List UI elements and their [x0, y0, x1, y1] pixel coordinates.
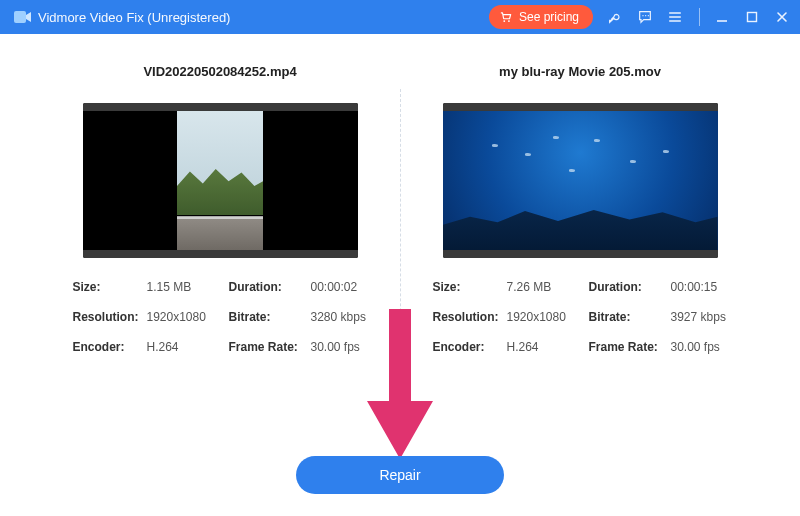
source-metadata: Size: 1.15 MB Duration: 00:00:02 Resolut…: [73, 280, 368, 354]
app-logo: Vidmore Video Fix (Unregistered): [14, 8, 230, 26]
metadata-value: 1.15 MB: [147, 280, 229, 294]
source-thumbnail[interactable]: [83, 103, 358, 258]
reference-file-name: my blu-ray Movie 205.mov: [499, 64, 661, 79]
metadata-value: 00:00:02: [311, 280, 368, 294]
metadata-value: 1920x1080: [147, 310, 229, 324]
metadata-label: Frame Rate:: [229, 340, 311, 354]
metadata-value: 30.00 fps: [311, 340, 368, 354]
metadata-value: H.264: [507, 340, 589, 354]
svg-point-2: [508, 20, 510, 22]
metadata-value: 00:00:15: [671, 280, 728, 294]
titlebar-icons: [607, 8, 702, 26]
source-file-name: VID20220502084252.mp4: [143, 64, 296, 79]
metadata-label: Duration:: [229, 280, 311, 294]
svg-point-1: [503, 20, 505, 22]
metadata-value: 7.26 MB: [507, 280, 589, 294]
metadata-label: Resolution:: [73, 310, 147, 324]
reference-thumbnail[interactable]: [443, 103, 718, 258]
metadata-value: 30.00 fps: [671, 340, 728, 354]
metadata-value: 1920x1080: [507, 310, 589, 324]
metadata-label: Frame Rate:: [589, 340, 671, 354]
reference-thumbnail-art: [443, 111, 718, 250]
minimize-button[interactable]: [714, 9, 730, 25]
maximize-button[interactable]: [744, 9, 760, 25]
key-icon[interactable]: [607, 9, 623, 25]
metadata-label: Bitrate:: [229, 310, 311, 324]
svg-point-4: [645, 15, 646, 16]
titlebar: Vidmore Video Fix (Unregistered) See pri…: [0, 0, 800, 34]
svg-point-3: [642, 15, 643, 16]
see-pricing-button[interactable]: See pricing: [489, 5, 593, 29]
vertical-divider: [400, 89, 401, 426]
svg-rect-7: [748, 13, 757, 22]
titlebar-separator: [699, 8, 700, 26]
main-area: VID20220502084252.mp4 Size: 1.15 MB Dura…: [0, 34, 800, 516]
metadata-label: Encoder:: [73, 340, 147, 354]
metadata-label: Encoder:: [433, 340, 507, 354]
source-video-panel: VID20220502084252.mp4 Size: 1.15 MB Dura…: [40, 64, 400, 496]
source-thumbnail-art: [177, 111, 263, 250]
metadata-label: Bitrate:: [589, 310, 671, 324]
svg-point-5: [648, 15, 649, 16]
see-pricing-label: See pricing: [519, 10, 579, 24]
window-controls: [714, 9, 790, 25]
metadata-value: 3280 kbps: [311, 310, 368, 324]
metadata-label: Size:: [73, 280, 147, 294]
metadata-value: H.264: [147, 340, 229, 354]
metadata-label: Resolution:: [433, 310, 507, 324]
metadata-label: Size:: [433, 280, 507, 294]
reference-video-panel: my blu-ray Movie 205.mov Size: 7.26 MB D…: [400, 64, 760, 496]
logo-icon: [14, 8, 32, 26]
feedback-icon[interactable]: [637, 9, 653, 25]
svg-rect-0: [14, 11, 26, 23]
reference-metadata: Size: 7.26 MB Duration: 00:00:15 Resolut…: [433, 280, 728, 354]
repair-button[interactable]: Repair: [296, 456, 504, 494]
close-button[interactable]: [774, 9, 790, 25]
cart-icon: [499, 10, 513, 24]
repair-button-label: Repair: [379, 467, 420, 483]
menu-icon[interactable]: [667, 9, 683, 25]
metadata-label: Duration:: [589, 280, 671, 294]
app-title: Vidmore Video Fix (Unregistered): [38, 10, 230, 25]
metadata-value: 3927 kbps: [671, 310, 728, 324]
